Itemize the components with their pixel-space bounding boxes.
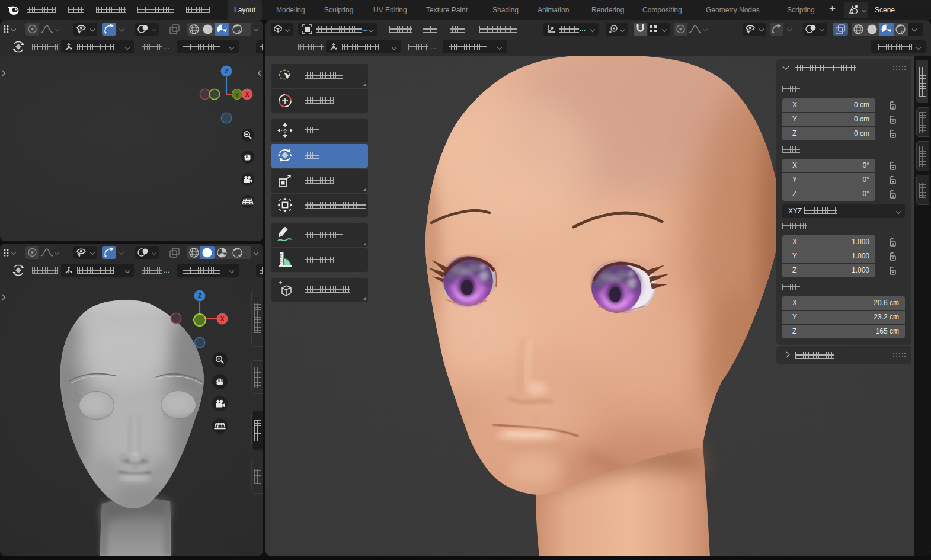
svg-text:X: X xyxy=(245,91,249,98)
svg-text:X: X xyxy=(220,316,225,322)
svg-text:Z: Z xyxy=(225,68,228,75)
svg-text:Y: Y xyxy=(235,92,239,98)
svg-text:Z: Z xyxy=(198,293,201,299)
